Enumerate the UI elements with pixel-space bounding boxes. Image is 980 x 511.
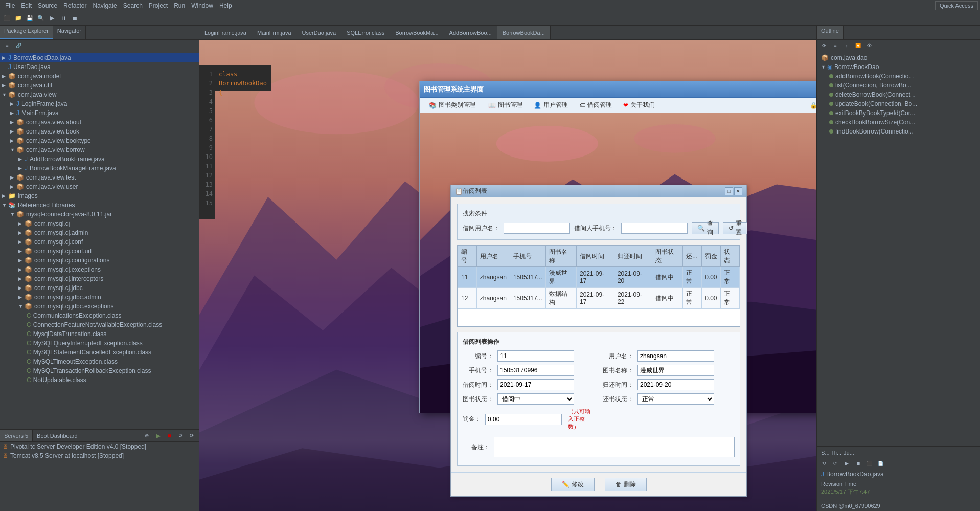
tab-userdao[interactable]: UserDao.java <box>297 26 342 39</box>
phone-search-input[interactable] <box>621 223 688 234</box>
toolbar-btn-7[interactable]: ⏹ <box>70 13 80 24</box>
toolbar-btn-6[interactable]: ⏸ <box>58 13 69 24</box>
rb-btn1[interactable]: ⟲ <box>819 458 829 469</box>
tree-item-loginframe[interactable]: ▶ J LoginFrame.java <box>8 99 199 108</box>
menu-search[interactable]: Search <box>120 2 146 9</box>
menu-file[interactable]: File <box>2 2 18 9</box>
tree-item-mysql-trunc[interactable]: C MysqlDataTruncation.class <box>25 329 199 339</box>
quick-access-button[interactable]: Quick Access <box>935 1 978 10</box>
outline-sort-btn[interactable]: ↕ <box>841 40 852 51</box>
bookname-input[interactable] <box>637 365 714 376</box>
publish-server-btn[interactable]: ⟳ <box>187 431 197 441</box>
start-server-btn[interactable]: ▶ <box>153 431 163 441</box>
java-tab[interactable]: Ju... <box>844 450 854 456</box>
outline-method-6[interactable]: checkBookBorrowSize(Con... <box>817 118 980 127</box>
username-form-input[interactable] <box>637 350 714 362</box>
tree-item-borrow[interactable]: ▼ 📦 com.java.view.borrow <box>8 145 199 154</box>
tree-item-cj-jdbc-admin[interactable]: ▶ 📦 com.mysql.cj.jdbc.admin <box>16 293 199 302</box>
tree-item-about[interactable]: ▶ 📦 com.java.view.about <box>8 118 199 127</box>
tab-servers[interactable]: Servers 5 <box>0 430 33 441</box>
tree-item-mysql-query-int[interactable]: C MySQLQueryInterruptedException.class <box>25 339 199 348</box>
menu-help[interactable]: Help <box>216 2 235 9</box>
toolbar-btn-4[interactable]: 🔍 <box>36 13 46 24</box>
tree-item-cj-interceptors[interactable]: ▶ 📦 com.mysql.cj.interceptors <box>16 274 199 283</box>
tree-item-cj-config[interactable]: ▶ 📦 com.mysql.cj.configurations <box>16 256 199 265</box>
tree-item-cj-conf-url[interactable]: ▶ 📦 com.mysql.cj.conf.url <box>16 247 199 256</box>
tree-item-util[interactable]: ▶ 📦 com.java.util <box>0 81 199 90</box>
outline-filter-btn[interactable]: 🔽 <box>853 40 863 51</box>
menu-project[interactable]: Project <box>146 2 171 9</box>
tree-item-images[interactable]: ▶ 📁 images <box>0 191 199 201</box>
rb-btn5[interactable]: ⬛ <box>864 458 874 469</box>
link-editor-btn[interactable]: 🔗 <box>13 40 24 51</box>
right-scrollbar[interactable] <box>817 442 980 446</box>
tree-item-view[interactable]: ▼ 📦 com.java.view <box>0 90 199 99</box>
returndate-input[interactable] <box>637 379 714 390</box>
menu-run[interactable]: Run <box>171 2 188 9</box>
tree-item-mainfrm[interactable]: ▶ J MainFrm.java <box>8 108 199 118</box>
tab-loginframe[interactable]: LoginFrame.java <box>199 26 252 39</box>
toolbar-btn-3[interactable]: 💾 <box>25 13 35 24</box>
history-tab[interactable]: Hi... <box>832 450 842 456</box>
tree-item-comm-ex[interactable]: C CommunicationsException.class <box>25 311 199 320</box>
tab-package-explorer[interactable]: Package Explorer <box>0 26 53 39</box>
tree-item-conn-feature[interactable]: C ConnectionFeatureNotAvailableException… <box>25 320 199 329</box>
tree-item-borrowmanage[interactable]: ▶ J BorrowBookManageFrame.java <box>16 164 199 173</box>
menu-source[interactable]: Source <box>35 2 60 9</box>
tree-item-user[interactable]: ▶ 📦 com.java.view.user <box>8 182 199 191</box>
outline-method-7[interactable]: findBookBorrow(Connectio... <box>817 127 980 136</box>
outline-class[interactable]: ▼ ◉ BorrowBookDao <box>817 62 980 72</box>
menu-navigate[interactable]: Navigate <box>89 2 120 9</box>
bookstatus-select[interactable]: 借阅中 已归还 <box>497 393 574 405</box>
phone-input[interactable] <box>497 365 574 376</box>
outline-sync-btn[interactable]: ⟳ <box>819 40 829 51</box>
delete-button[interactable]: 🗑 删除 <box>605 478 647 491</box>
menu-borrow-manage[interactable]: 🏷 借阅管理 <box>574 99 617 112</box>
tab-outline[interactable]: Outline <box>817 26 844 39</box>
dialog-close-btn[interactable]: ✕ <box>734 187 742 195</box>
table-row-1[interactable]: 11 zhangsan 1505317... 漫威世界 2021-09-17 2… <box>458 267 740 288</box>
menu-edit[interactable]: Edit <box>18 2 35 9</box>
outline-method-4[interactable]: updateBook(Connection, Bo... <box>817 99 980 108</box>
outline-method-5[interactable]: exitBookByBookTypeId(Cor... <box>817 108 980 118</box>
tree-item-userdao[interactable]: J UserDao.java <box>0 62 199 72</box>
menu-user-manage[interactable]: 👤 用户管理 <box>529 99 573 112</box>
menu-exit[interactable]: 🔒 安全退出 <box>805 99 816 112</box>
menu-about[interactable]: ❤ 关于我们 <box>618 99 660 112</box>
outline-method-3[interactable]: deleteBorrowBook(Connect... <box>817 90 980 99</box>
rb-btn4[interactable]: ⏹ <box>853 458 863 469</box>
rb-btn2[interactable]: ⟳ <box>830 458 840 469</box>
menu-book-manage[interactable]: 📖 图书管理 <box>483 99 528 112</box>
reset-button[interactable]: ↺ 重置 <box>723 222 747 234</box>
tree-item-mysql-stmt-cancel[interactable]: C MySQLStatementCancelledException.class <box>25 348 199 357</box>
remark-textarea[interactable] <box>494 437 735 457</box>
outline-method-1[interactable]: addBorrowBook(Connectio... <box>817 72 980 81</box>
toolbar-btn-1[interactable]: ⬛ <box>2 13 12 24</box>
edit-button[interactable]: ✏️ 修改 <box>551 478 595 491</box>
tree-item-cj-admin[interactable]: ▶ 📦 com.mysql.cj.admin <box>16 228 199 237</box>
server-item-pivotal[interactable]: 🖥 Pivotal tc Server Developer Edition v4… <box>0 442 199 451</box>
outline-method-2[interactable]: list(Connection, BorrowBo... <box>817 81 980 90</box>
rb-btn3[interactable]: ▶ <box>841 458 852 469</box>
returnstatus-select[interactable]: 正常 逾期 <box>637 393 714 405</box>
id-input[interactable] <box>497 350 574 362</box>
tab-borrowbookda[interactable]: BorrowBookDa... <box>497 26 551 39</box>
rb-btn6[interactable]: 📄 <box>875 458 885 469</box>
tab-navigator[interactable]: Navigator <box>53 26 86 39</box>
tree-item-notupdatable[interactable]: C NotUpdatable.class <box>25 375 199 385</box>
toolbar-btn-5[interactable]: ▶ <box>47 13 57 24</box>
tree-item-test[interactable]: ▶ 📦 com.java.view.test <box>8 173 199 182</box>
menu-refactor[interactable]: Refactor <box>60 2 89 9</box>
tree-item-borrowbookdao[interactable]: ▶ J BorrowBookDao.java <box>0 53 199 62</box>
tree-item-mysql-transaction[interactable]: C MySQLTransactionRollbackException.clas… <box>25 366 199 375</box>
tree-item-mysql-jar[interactable]: ▼ 📦 mysql-connector-java-8.0.11.jar <box>8 210 199 219</box>
server-item-tomcat[interactable]: 🖥 Tomcat v8.5 Server at localhost [Stopp… <box>0 451 199 460</box>
restart-server-btn[interactable]: ↺ <box>175 431 186 441</box>
tree-item-book[interactable]: ▶ 📦 com.java.view.book <box>8 127 199 136</box>
tree-item-cj[interactable]: ▶ 📦 com.mysql.cj <box>16 219 199 228</box>
tree-item-mysql-timeout[interactable]: C MySQLTimeoutException.class <box>25 357 199 366</box>
fine-input[interactable] <box>485 414 562 425</box>
tree-item-cj-jdbc-exceptions[interactable]: ▼ 📦 com.mysql.cj.jdbc.exceptions <box>16 302 199 311</box>
collapse-all-btn[interactable]: ≡ <box>2 40 12 51</box>
stop-server-btn[interactable]: ■ <box>164 431 174 441</box>
